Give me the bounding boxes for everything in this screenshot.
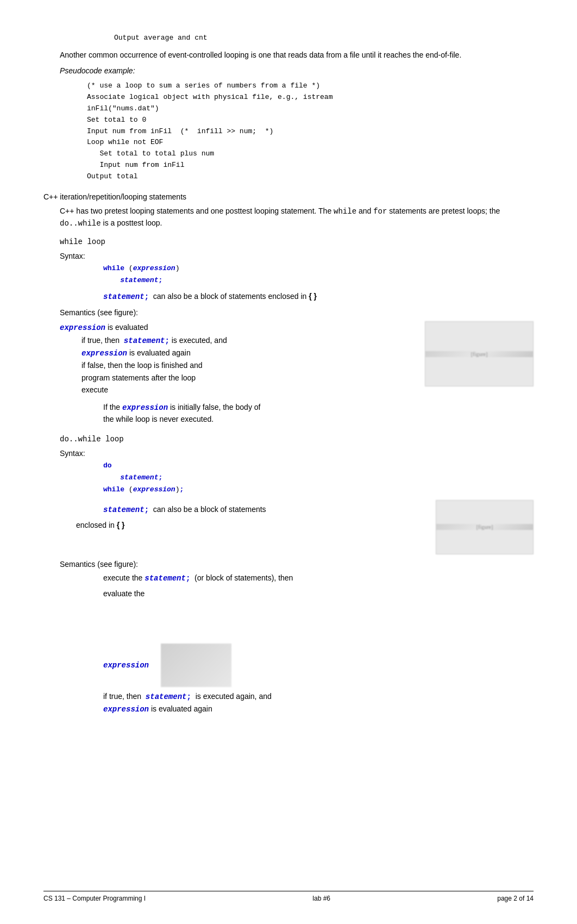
dw-sem-line-1: execute the statement; (or block of stat…: [103, 572, 534, 584]
pseudocode-label: Pseudocode example:: [60, 66, 534, 75]
dowhile-heading: do..while loop: [60, 435, 534, 444]
dw-enclosed-note: enclosed in { }: [76, 519, 425, 531]
statement-note-1: statement; can also be a block of statem…: [103, 291, 534, 303]
dw-sem-line-2: evaluate the: [103, 588, 534, 600]
bottom-line-1: if true, then statement; is executed aga…: [103, 690, 534, 703]
pseudocode-block: (* use a loop to sum a series of numbers…: [87, 80, 534, 182]
footer-left: CS 131 – Computer Programming I: [43, 895, 146, 902]
while-loop-heading: while loop: [60, 238, 534, 246]
bottom-line-2: expression is evaluated again: [103, 703, 534, 715]
dw-statement-note: statement; can also be a block of statem…: [103, 503, 425, 516]
syntax-label-1: Syntax:: [60, 252, 534, 260]
dowhile-statement-block: statement; can also be a block of statem…: [60, 500, 534, 554]
while-loop-figure: [figure]: [425, 321, 534, 386]
dowhile-figure: [figure]: [436, 500, 534, 554]
intro-paragraph: Another common occurrence of event-contr…: [60, 49, 534, 61]
semantics-label-2: Semantics (see figure):: [60, 560, 534, 569]
false-note: If the expression is initially false, th…: [103, 402, 534, 425]
while-syntax: while (expression) statement;: [103, 263, 534, 286]
syntax-label-2: Syntax:: [60, 449, 534, 458]
cpp-intro: C++ has two pretest looping statements a…: [60, 205, 534, 230]
page: Output average and cnt Another common oc…: [0, 0, 577, 924]
top-code: Output average and cnt: [114, 33, 534, 44]
semantics-block-1: expression is evaluated if true, then st…: [60, 321, 534, 396]
footer-center: lab #6: [312, 895, 330, 902]
semantics-label-1: Semantics (see figure):: [60, 308, 534, 317]
dowhile-syntax: do statement; while (expression);: [103, 460, 534, 496]
footer-right: page 2 of 14: [497, 895, 534, 902]
bottom-figure: [161, 644, 231, 687]
semantics-text-1: expression is evaluated if true, then st…: [60, 321, 414, 396]
bottom-expr-line: expression: [103, 644, 534, 687]
bottom-section: expression if true, then statement; is e…: [103, 644, 534, 716]
footer: CS 131 – Computer Programming I lab #6 p…: [43, 891, 534, 902]
section-heading: C++ iteration/repetition/looping stateme…: [43, 192, 534, 201]
dowhile-statement-text: statement; can also be a block of statem…: [60, 500, 425, 534]
